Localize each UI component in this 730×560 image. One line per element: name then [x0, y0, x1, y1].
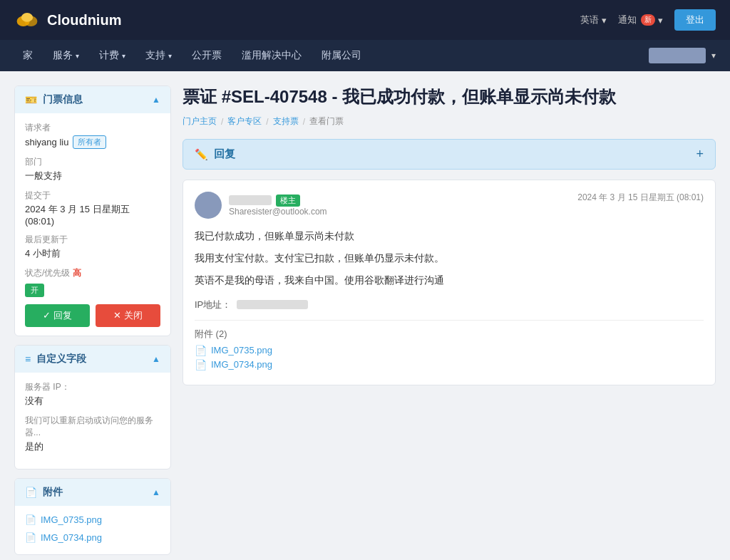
header: Cloudnium 英语 ▾ 通知 新 ▾ 登出 [0, 0, 730, 40]
chevron-down-icon: ▾ [76, 52, 79, 60]
message-attachments: 附件 (2) 📄 IMG_0735.png 📄 IMG_0734.png [195, 320, 704, 370]
nav-right: ▾ [649, 48, 716, 63]
chevron-down-icon: ▾ [658, 15, 663, 26]
list-icon: ≡ [25, 353, 31, 365]
ticket-info-header[interactable]: 🎫 门票信息 ▲ [15, 86, 170, 113]
ticket-title: 票证 #SEL-407548 - 我已成功付款，但账单显示尚未付款 [182, 85, 716, 108]
ticket-content: 票证 #SEL-407548 - 我已成功付款，但账单显示尚未付款 门户主页 /… [182, 85, 716, 560]
custom-fields-header[interactable]: ≡ 自定义字段 ▲ [15, 346, 170, 373]
main-layout: 🎫 门票信息 ▲ 请求者 shiyang liu 所有者 部门 一般支持 [0, 71, 730, 560]
ticket-icon: 🎫 [25, 94, 37, 105]
chevron-up-icon: ▲ [152, 354, 160, 364]
message-header: 楼主 Sharesister@outlook.com 2024 年 3 月 15… [195, 192, 704, 219]
plus-icon: + [696, 147, 704, 162]
chevron-down-icon: ▾ [711, 51, 716, 61]
chevron-down-icon: ▾ [602, 15, 607, 26]
ticket-info-card: 🎫 门票信息 ▲ 请求者 shiyang liu 所有者 部门 一般支持 [14, 85, 171, 336]
attachment-icon: 📄 [25, 487, 37, 498]
ip-value-blurred [237, 300, 308, 309]
message-author: 楼主 Sharesister@outlook.com [195, 192, 327, 219]
attachment-file-1[interactable]: 📄 IMG_0735.png [25, 514, 160, 525]
logo-text: Cloudnium [47, 12, 121, 28]
close-ticket-button[interactable]: ✕ 关闭 [96, 304, 160, 327]
nav-item-services[interactable]: 服务 ▾ [44, 40, 88, 71]
nav-left: 家 服务 ▾ 计费 ▾ 支持 ▾ 公开票 滥用解决中心 附属公司 [14, 40, 370, 71]
logo-icon [14, 7, 40, 33]
department-field: 部门 一般支持 [25, 156, 160, 182]
attachments-header[interactable]: 📄 附件 ▲ [15, 479, 170, 506]
nav-item-support[interactable]: 支持 ▾ [137, 40, 180, 71]
header-right: 英语 ▾ 通知 新 ▾ 登出 [580, 9, 716, 31]
status-field: 状态/优先级 高 开 [25, 267, 160, 297]
attachment-file-2[interactable]: 📄 IMG_0734.png [25, 532, 160, 543]
user-avatar-menu[interactable]: ▾ [649, 48, 716, 63]
nav: 家 服务 ▾ 计费 ▾ 支持 ▾ 公开票 滥用解决中心 附属公司 ▾ [0, 40, 730, 71]
nav-item-public-tickets[interactable]: 公开票 [183, 40, 230, 71]
file-icon: 📄 [195, 359, 207, 370]
submitted-field: 提交于 2024 年 3 月 15 日星期五 (08:01) [25, 190, 160, 227]
message-card: 楼主 Sharesister@outlook.com 2024 年 3 月 15… [182, 180, 716, 385]
nav-item-abuse[interactable]: 滥用解决中心 [233, 40, 310, 71]
header-left: Cloudnium [14, 7, 121, 33]
reply-button[interactable]: ✓ 回复 [25, 304, 90, 327]
requester-field: 请求者 shiyang liu 所有者 [25, 122, 160, 149]
file-icon: 📄 [25, 532, 36, 543]
notify-badge: 新 [641, 14, 655, 26]
custom-fields-body: 服务器 IP： 没有 我们可以重新启动或访问您的服务器... 是的 [15, 373, 170, 469]
file-icon: 📄 [195, 345, 207, 356]
nav-item-billing[interactable]: 计费 ▾ [91, 40, 134, 71]
updated-field: 最后更新于 4 小时前 [25, 234, 160, 260]
language-selector[interactable]: 英语 ▾ [580, 14, 607, 26]
pencil-icon: ✏️ [195, 148, 208, 161]
avatar [649, 48, 706, 63]
message-attachment-2[interactable]: 📄 IMG_0734.png [195, 359, 704, 370]
breadcrumb-support[interactable]: 支持票 [273, 115, 299, 128]
nav-item-affiliates[interactable]: 附属公司 [313, 40, 370, 71]
chevron-up-icon: ▲ [152, 95, 160, 105]
file-icon: 📄 [25, 514, 36, 525]
chevron-down-icon: ▾ [168, 52, 172, 60]
ip-address-row: IP地址： [195, 299, 704, 311]
nav-item-home[interactable]: 家 [14, 40, 41, 71]
chevron-down-icon: ▾ [122, 52, 125, 60]
custom-fields-card: ≡ 自定义字段 ▲ 服务器 IP： 没有 我们可以重新启动或访问您的服务器...… [14, 345, 171, 470]
reply-bar[interactable]: ✏️ 回复 + [182, 139, 716, 170]
svg-point-2 [21, 13, 33, 22]
action-buttons: ✓ 回复 ✕ 关闭 [25, 304, 160, 327]
logout-button[interactable]: 登出 [674, 9, 716, 31]
author-avatar [195, 192, 222, 219]
sidebar: 🎫 门票信息 ▲ 请求者 shiyang liu 所有者 部门 一般支持 [14, 85, 171, 560]
ticket-info-body: 请求者 shiyang liu 所有者 部门 一般支持 提交于 2024 年 3… [15, 113, 170, 336]
breadcrumb-home[interactable]: 门户主页 [182, 115, 217, 128]
message-body: 我已付款成功，但账单显示尚未付款 我用支付宝付款。支付宝已扣款，但账单仍显示未付… [195, 227, 704, 290]
attachments-card: 📄 附件 ▲ 📄 IMG_0735.png 📄 IMG_0734.png [14, 478, 171, 555]
breadcrumb-client-area[interactable]: 客户专区 [227, 115, 262, 128]
breadcrumb: 门户主页 / 客户专区 / 支持票 / 查看门票 [182, 115, 716, 128]
author-name-blurred [229, 195, 272, 205]
restart-access-field: 我们可以重新启动或访问您的服务器... 是的 [25, 415, 160, 453]
message-attachment-1[interactable]: 📄 IMG_0735.png [195, 345, 704, 356]
notification-button[interactable]: 通知 新 ▾ [618, 14, 663, 26]
chevron-up-icon: ▲ [152, 487, 160, 497]
message-timestamp: 2024 年 3 月 15 日星期五 (08:01) [577, 192, 704, 204]
breadcrumb-current: 查看门票 [309, 115, 344, 128]
server-ip-field: 服务器 IP： 没有 [25, 381, 160, 408]
attachments-body: 📄 IMG_0735.png 📄 IMG_0734.png [15, 506, 170, 554]
